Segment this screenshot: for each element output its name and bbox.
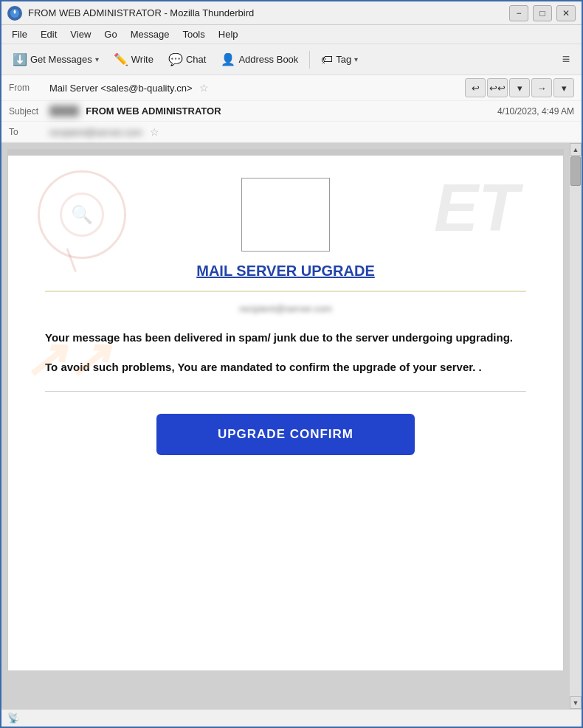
- email-subtitle: recipient@server.com: [45, 303, 526, 314]
- get-messages-button[interactable]: ⬇️ Get Messages ▾: [6, 49, 106, 70]
- nav-dropdown-button[interactable]: ▾: [509, 78, 530, 97]
- nav-buttons: ↩ ↩↩ ▾ → ▾: [465, 78, 574, 97]
- cta-wrapper: UPGRADE CONFIRM: [45, 414, 526, 455]
- logo-section: 🔍 | ET: [45, 178, 526, 252]
- to-value: recipient@server.com ☆: [49, 126, 574, 138]
- logo-box-wrapper: [45, 178, 526, 252]
- email-para-1: Your message has been delivered in spam/…: [45, 329, 526, 347]
- write-icon: ✏️: [114, 52, 128, 66]
- menu-tools[interactable]: Tools: [176, 27, 210, 41]
- menu-bar: File Edit View Go Message Tools Help: [1, 25, 582, 44]
- subject-label: Subject: [9, 106, 49, 117]
- chat-icon: 💬: [168, 52, 183, 66]
- get-messages-label: Get Messages: [30, 54, 92, 65]
- app-icon: [7, 6, 22, 21]
- body-divider: [45, 391, 526, 392]
- subject-value: FROM WEB ADMINISTRATOR: [49, 105, 490, 117]
- to-star-icon[interactable]: ☆: [150, 126, 159, 138]
- title-bar: FROM WEB ADMINISTRATOR - Mozilla Thunder…: [1, 1, 582, 25]
- menu-help[interactable]: Help: [213, 27, 244, 41]
- from-value: Mail Server <sales@b-quality.cn> ☆: [49, 82, 465, 94]
- to-label: To: [9, 127, 49, 137]
- address-book-label: Address Book: [238, 54, 298, 65]
- tag-button[interactable]: 🏷 Tag ▾: [314, 49, 365, 70]
- logo-box: [241, 178, 330, 252]
- chat-button[interactable]: 💬 Chat: [162, 49, 213, 70]
- email-header: From Mail Server <sales@b-quality.cn> ☆ …: [1, 75, 582, 143]
- email-body: 🔍 | ET: [8, 156, 563, 507]
- to-address: recipient@server.com: [49, 127, 142, 138]
- chat-label: Chat: [186, 54, 206, 65]
- subject-row: Subject FROM WEB ADMINISTRATOR 4/10/2023…: [1, 101, 582, 122]
- title-divider: [45, 291, 526, 292]
- menu-file[interactable]: File: [6, 27, 33, 41]
- toolbar: ⬇️ Get Messages ▾ ✏️ Write 💬 Chat 👤 Addr…: [1, 44, 582, 75]
- from-label: From: [9, 83, 49, 93]
- email-message: Your message has been delivered in spam/…: [45, 329, 526, 376]
- scrollbar-thumb[interactable]: [570, 156, 581, 186]
- status-bar: 📡: [1, 709, 582, 727]
- subject-prefix: [49, 105, 79, 117]
- email-title: MAIL SERVER UPGRADE: [45, 263, 526, 280]
- subject-text: FROM WEB ADMINISTRATOR: [86, 105, 221, 117]
- hamburger-menu-button[interactable]: ≡: [555, 49, 577, 71]
- write-button[interactable]: ✏️ Write: [107, 49, 160, 70]
- scrollbar-down-arrow[interactable]: ▼: [570, 696, 582, 709]
- email-body-wrapper: 🔍 | ET: [7, 155, 564, 671]
- window-title: FROM WEB ADMINISTRATOR - Mozilla Thunder…: [28, 7, 509, 18]
- email-timestamp: 4/10/2023, 4:49 AM: [497, 106, 574, 117]
- address-book-button[interactable]: 👤 Address Book: [214, 49, 305, 70]
- menu-message[interactable]: Message: [125, 27, 176, 41]
- get-messages-icon: ⬇️: [13, 52, 27, 66]
- address-book-icon: 👤: [221, 52, 235, 66]
- reply-button[interactable]: ↩: [465, 78, 486, 97]
- window-controls: − □ ✕: [509, 5, 576, 21]
- forward-dropdown-button[interactable]: ▾: [553, 78, 574, 97]
- tag-label: Tag: [336, 54, 351, 65]
- email-para-2: To avoid such problems, You are mandated…: [45, 358, 526, 376]
- menu-view[interactable]: View: [64, 27, 97, 41]
- scrollbar: ▲ ▼: [570, 143, 582, 709]
- scrollbar-up-arrow[interactable]: ▲: [570, 143, 582, 156]
- tag-dropdown-icon: ▾: [354, 55, 358, 63]
- from-name: Mail Server <sales@b-quality.cn>: [49, 83, 193, 94]
- tag-icon: 🏷: [321, 53, 333, 66]
- scrollbar-body: [570, 187, 582, 696]
- from-row: From Mail Server <sales@b-quality.cn> ☆ …: [1, 75, 582, 101]
- reply-all-button[interactable]: ↩↩: [487, 78, 508, 97]
- to-row: To recipient@server.com ☆: [1, 122, 582, 142]
- star-icon[interactable]: ☆: [199, 82, 209, 94]
- menu-go[interactable]: Go: [98, 27, 123, 41]
- email-content-scroll[interactable]: 🔍 | ET: [1, 143, 570, 709]
- content-area: 🔍 | ET: [1, 143, 582, 709]
- close-button[interactable]: ✕: [556, 5, 576, 21]
- forward-button[interactable]: →: [531, 78, 552, 97]
- upgrade-confirm-button[interactable]: UPGRADE CONFIRM: [156, 414, 415, 455]
- maximize-button[interactable]: □: [533, 5, 552, 21]
- subtitle-text: recipient@server.com: [239, 303, 332, 314]
- minimize-button[interactable]: −: [509, 5, 528, 21]
- get-messages-dropdown-icon: ▾: [95, 55, 99, 63]
- status-icon: 📡: [7, 713, 19, 724]
- menu-edit[interactable]: Edit: [35, 27, 63, 41]
- write-label: Write: [131, 54, 153, 65]
- toolbar-separator: [309, 51, 310, 69]
- thunderbird-window: FROM WEB ADMINISTRATOR - Mozilla Thunder…: [0, 0, 583, 728]
